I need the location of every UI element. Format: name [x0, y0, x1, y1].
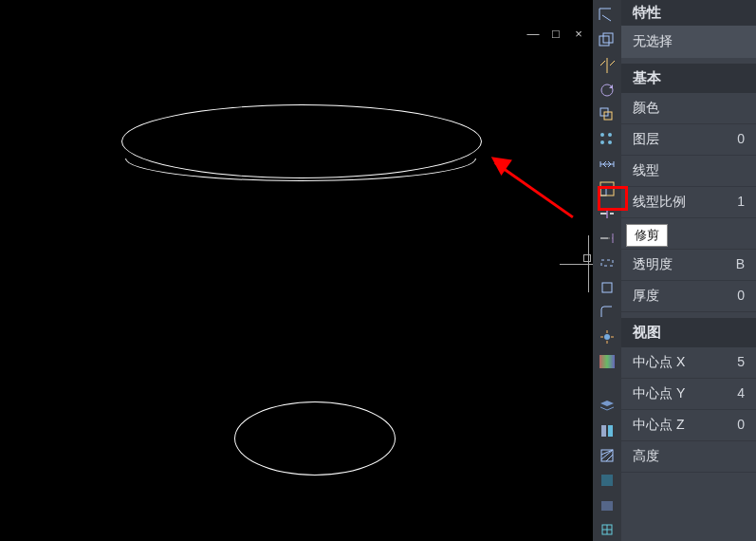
prop-thickness[interactable]: 厚度 0: [621, 281, 756, 312]
prop-layer-label: 图层: [633, 131, 659, 148]
modify-toolbar: [593, 0, 621, 541]
match-icon[interactable]: [595, 419, 619, 442]
prop-color-label: 颜色: [633, 100, 659, 117]
svg-point-7: [600, 140, 604, 144]
prop-linetype-scale[interactable]: 线型比例 1: [621, 187, 756, 218]
prop-center-x-label: 中心点 X: [633, 354, 685, 371]
svg-rect-11: [601, 260, 613, 266]
bottom-ellipse[interactable]: [234, 401, 396, 476]
svg-point-13: [604, 334, 610, 340]
rotate-icon[interactable]: [595, 78, 619, 102]
svg-rect-17: [601, 475, 613, 486]
section-view: 视图: [621, 318, 756, 347]
toolbar-separator: [593, 383, 621, 393]
break-icon[interactable]: [595, 251, 619, 274]
prop-color[interactable]: 颜色: [621, 93, 756, 124]
explode-icon[interactable]: [595, 325, 619, 348]
mirror-icon[interactable]: [595, 53, 619, 77]
properties-title: 特性: [621, 0, 756, 26]
prop-layer[interactable]: 图层 0: [621, 124, 756, 156]
fillet-icon[interactable]: [595, 300, 619, 324]
stretch-icon[interactable]: [595, 152, 619, 176]
align-icon[interactable]: [595, 349, 619, 373]
prop-linetype-label: 线型: [633, 162, 659, 179]
svg-point-6: [608, 133, 612, 137]
prop-height[interactable]: 高度: [621, 441, 756, 473]
crosshair-pickbox: [583, 254, 591, 262]
svg-point-8: [608, 140, 612, 144]
block-icon[interactable]: [595, 493, 619, 516]
prop-center-y-label: 中心点 Y: [633, 385, 685, 402]
svg-rect-10: [600, 182, 614, 196]
prop-center-y-value[interactable]: 4: [737, 385, 745, 402]
svg-rect-15: [608, 425, 613, 437]
prop-center-x[interactable]: 中心点 X 5: [621, 347, 756, 379]
prop-center-y[interactable]: 中心点 Y 4: [621, 379, 756, 410]
array-icon[interactable]: [595, 127, 619, 151]
maximize-button[interactable]: □: [549, 27, 562, 40]
hatch-icon[interactable]: [595, 443, 619, 467]
svg-point-5: [600, 133, 604, 137]
window-controls: — □ ×: [526, 27, 585, 40]
scale-icon[interactable]: [595, 177, 619, 200]
svg-rect-18: [601, 501, 613, 511]
prop-center-z-value[interactable]: 0: [737, 417, 745, 434]
prop-thickness-label: 厚度: [633, 288, 659, 305]
prop-center-z[interactable]: 中心点 Z 0: [621, 410, 756, 441]
offset-icon[interactable]: [595, 103, 619, 126]
prop-linetype-scale-label: 线型比例: [633, 194, 686, 211]
prop-center-x-value[interactable]: 5: [737, 354, 745, 371]
prop-height-label: 高度: [633, 448, 659, 465]
properties-panel: 特性 无选择 基本 颜色 图层 0 线型 线型比例 1 线宽 透明度 B 厚度 …: [621, 0, 756, 541]
trim-icon[interactable]: [595, 201, 619, 225]
prop-transparency[interactable]: 透明度 B: [621, 250, 756, 281]
minimize-button[interactable]: —: [526, 27, 540, 40]
drawing-canvas[interactable]: — □ ×: [0, 0, 593, 541]
prop-linetype-scale-value[interactable]: 1: [737, 194, 745, 211]
prop-thickness-value[interactable]: 0: [737, 288, 745, 305]
prop-layer-value[interactable]: 0: [737, 131, 745, 148]
insert-icon[interactable]: [595, 517, 619, 541]
trim-tooltip: 修剪: [626, 224, 668, 247]
prop-transparency-value[interactable]: B: [736, 256, 745, 273]
extend-icon[interactable]: [595, 226, 619, 250]
prop-center-z-label: 中心点 Z: [633, 417, 684, 434]
move-icon[interactable]: [595, 4, 619, 28]
svg-rect-9: [600, 187, 606, 196]
selection-dropdown[interactable]: 无选择: [621, 26, 756, 58]
prop-linetype[interactable]: 线型: [621, 156, 756, 187]
svg-rect-14: [601, 425, 606, 437]
svg-rect-1: [603, 33, 613, 43]
chamfer-icon[interactable]: [595, 275, 619, 299]
section-basic: 基本: [621, 64, 756, 93]
copy-icon[interactable]: [595, 28, 619, 52]
prop-transparency-label: 透明度: [633, 256, 673, 273]
svg-rect-0: [599, 36, 609, 46]
svg-rect-12: [602, 283, 612, 292]
close-button[interactable]: ×: [572, 27, 585, 40]
region-icon[interactable]: [595, 468, 619, 492]
layer-icon[interactable]: [595, 394, 619, 418]
